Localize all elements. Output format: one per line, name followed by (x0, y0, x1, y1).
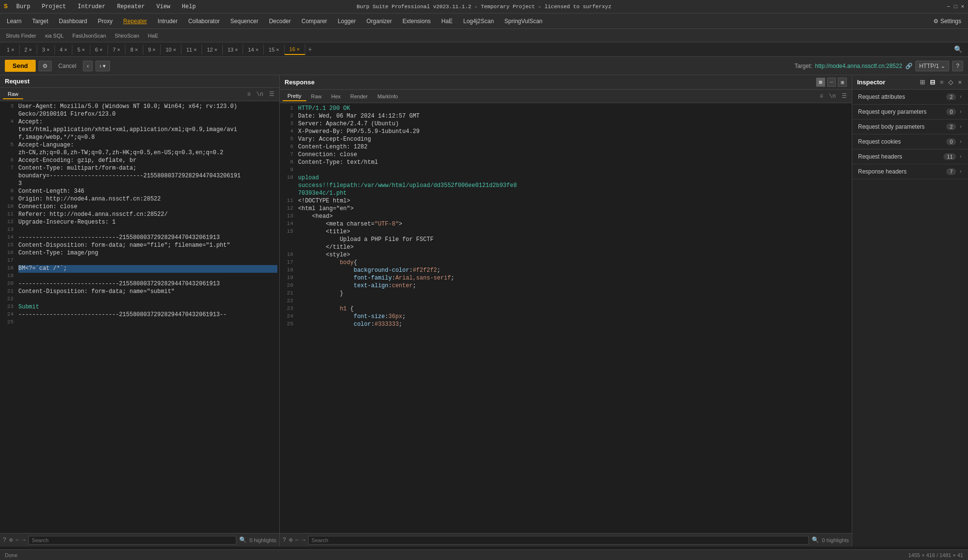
menu-help[interactable]: Help (179, 2, 199, 11)
req-bottom-next-icon[interactable]: → (22, 537, 26, 544)
nav-logger[interactable]: Logger (333, 16, 360, 27)
inspector-icon-diamond[interactable]: ◇ (947, 78, 954, 86)
resp-tab-hex[interactable]: Hex (327, 92, 346, 101)
nav-log4j[interactable]: Log4j2Scan (458, 16, 498, 27)
req-bottom-prev-icon[interactable]: ← (15, 537, 19, 544)
menu-burp[interactable]: Burp (14, 2, 33, 11)
nav2-xiasql[interactable]: xia SQL (41, 31, 68, 40)
send-button[interactable]: Send (5, 60, 36, 72)
nav-settings[interactable]: ⚙ Settings (928, 16, 966, 27)
menu-intruder[interactable]: Intruder (75, 2, 109, 11)
req-tab-raw[interactable]: Raw (3, 90, 23, 99)
nav-comparer[interactable]: Comparer (297, 16, 332, 27)
cancel-button[interactable]: Cancel (55, 61, 80, 71)
req-tab-4[interactable]: 4 × (55, 45, 73, 54)
req-line-23: 23 Submit (0, 304, 279, 311)
maximize-btn[interactable]: □ (954, 4, 957, 10)
resp-bottom-next-icon[interactable]: → (302, 537, 305, 544)
menu-repeater[interactable]: Repeater (114, 2, 148, 11)
resp-bottom-prev-icon[interactable]: ← (295, 537, 299, 544)
req-icon-wrap[interactable]: ☰ (267, 90, 276, 99)
nav-sequencer[interactable]: Sequencer (226, 16, 263, 27)
nav-repeater[interactable]: Repeater (118, 16, 151, 27)
response-code-area[interactable]: 1 HTTP/1.1 200 OK 2 Date: Wed, 06 Mar 20… (280, 103, 852, 533)
inspector-icon-list[interactable]: ⊟ (928, 78, 937, 86)
nav-dashboard[interactable]: Dashboard (54, 16, 92, 27)
req-bottom-settings-icon[interactable]: ⚙ (9, 536, 13, 544)
req-tab-7[interactable]: 7 × (108, 45, 126, 54)
req-tab-10[interactable]: 10 × (161, 45, 181, 54)
close-btn[interactable]: × (961, 4, 964, 10)
resp-view-split[interactable]: ⊞ (816, 78, 825, 87)
inspector-req-headers[interactable]: Request headers 11 › (852, 149, 968, 164)
inspector-req-attrs[interactable]: Request attributes 2 › (852, 90, 968, 105)
resp-tab-render[interactable]: Render (345, 92, 372, 101)
resp-view-single[interactable]: ▣ (838, 78, 847, 87)
nav-learn[interactable]: Learn (2, 16, 27, 27)
inspector-close-btn[interactable]: × (956, 78, 963, 86)
menu-project[interactable]: Project (39, 2, 69, 11)
resp-icon-newline[interactable]: \n (827, 92, 838, 101)
nav-extensions[interactable]: Extensions (397, 16, 436, 27)
req-icon-list[interactable]: ≡ (245, 90, 252, 99)
resp-icon-wrap[interactable]: ☰ (840, 92, 849, 101)
http-version-btn[interactable]: HTTP/1 ⌄ (915, 61, 950, 71)
nav-collaborator[interactable]: Collaborator (183, 16, 224, 27)
req-bottom-help-icon[interactable]: ? (3, 537, 6, 544)
req-tab-6[interactable]: 6 × (90, 45, 108, 54)
inspector-req-query[interactable]: Request query parameters 0 › (852, 105, 968, 120)
req-tab-8[interactable]: 8 × (125, 45, 143, 54)
minimize-btn[interactable]: − (947, 4, 950, 10)
req-tab-16[interactable]: 16 × (285, 44, 305, 55)
req-tab-14[interactable]: 14 × (243, 45, 264, 54)
nav-hae[interactable]: HaE (436, 16, 457, 27)
inspector-resp-headers[interactable]: Response headers 7 › (852, 164, 968, 179)
req-tab-9[interactable]: 9 × (143, 45, 161, 54)
nav-proxy[interactable]: Proxy (93, 16, 118, 27)
inspector-icon-grid[interactable]: ⊞ (918, 78, 927, 86)
req-search-icon[interactable]: 🔍 (239, 536, 246, 544)
settings-icon-btn[interactable]: ⚙ (39, 61, 52, 71)
resp-search-icon[interactable]: 🔍 (812, 536, 819, 544)
req-tab-1[interactable]: 1 × (2, 45, 20, 54)
req-tab-3[interactable]: 3 × (37, 45, 55, 54)
add-tab-btn[interactable]: + (305, 46, 315, 53)
inspector-req-cookies-label: Request cookies (858, 138, 901, 145)
nav-target[interactable]: Target (27, 16, 53, 27)
http-help-btn[interactable]: ? (952, 61, 963, 71)
nav2-fastjson[interactable]: FastJsonScan (68, 31, 110, 40)
menu-view[interactable]: View (153, 2, 173, 11)
link-icon[interactable]: 🔗 (905, 63, 913, 69)
resp-bottom-settings-icon[interactable]: ⚙ (289, 536, 292, 544)
req-tab-2[interactable]: 2 × (20, 45, 38, 54)
nav-intruder[interactable]: Intruder (153, 16, 182, 27)
resp-tab-markinfo[interactable]: MarkInfo (372, 92, 403, 101)
response-search-input[interactable] (308, 536, 809, 545)
resp-view-horiz[interactable]: — (827, 78, 836, 87)
nav-springvul[interactable]: SpringVulScan (500, 16, 547, 27)
inspector-req-body[interactable]: Request body parameters 2 › (852, 120, 968, 134)
nav-prev-btn[interactable]: ‹ (83, 61, 93, 71)
resp-icon-list[interactable]: ≡ (818, 92, 825, 101)
req-tab-5[interactable]: 5 × (72, 45, 90, 54)
nav-organizer[interactable]: Organizer (362, 16, 397, 27)
req-tab-15[interactable]: 15 × (264, 45, 285, 54)
nav-next-btn[interactable]: › ▾ (95, 61, 109, 71)
tab-search-icon[interactable]: 🔍 (950, 45, 966, 53)
req-tab-12[interactable]: 12 × (202, 45, 223, 54)
nav2-hae[interactable]: HaE (144, 31, 162, 40)
nav2-struts[interactable]: Struts Finder (2, 31, 40, 40)
req-line-19: 19 (0, 273, 279, 280)
resp-tab-pretty[interactable]: Pretty (283, 92, 306, 101)
resp-bottom-help-icon[interactable]: ? (283, 537, 286, 544)
req-icon-newline[interactable]: \n (255, 90, 265, 99)
request-code-area[interactable]: 3 User-Agent: Mozilla/5.0 (Windows NT 10… (0, 101, 279, 533)
inspector-icon-menu[interactable]: ≡ (939, 78, 945, 86)
nav2-shiro[interactable]: ShiroScan (111, 31, 143, 40)
inspector-req-cookies[interactable]: Request cookies 0 › (852, 134, 968, 149)
resp-tab-raw[interactable]: Raw (306, 92, 327, 101)
request-search-input[interactable] (28, 536, 237, 545)
nav-decoder[interactable]: Decoder (264, 16, 296, 27)
req-tab-13[interactable]: 13 × (223, 45, 244, 54)
req-tab-11[interactable]: 11 × (181, 45, 202, 54)
